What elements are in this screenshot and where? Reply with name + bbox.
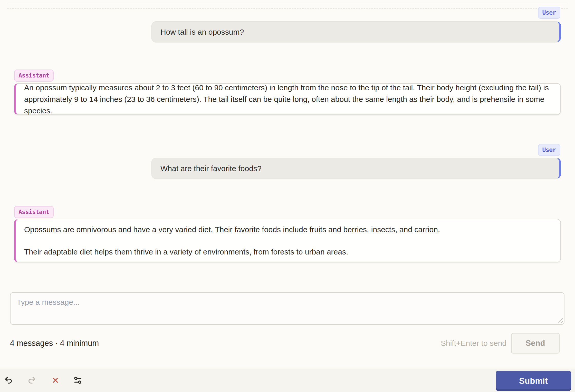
- role-badge-user: User: [538, 7, 560, 19]
- undo-button[interactable]: [1, 373, 16, 388]
- drop-indicator-line: [7, 3, 568, 3]
- sliders-icon: [73, 376, 82, 385]
- role-badge-assistant: Assistant: [14, 70, 54, 82]
- user-message-bubble[interactable]: What are their favorite foods?: [151, 158, 561, 179]
- settings-button[interactable]: [70, 373, 85, 388]
- redo-button[interactable]: [24, 373, 39, 388]
- send-shortcut-hint: Shift+Enter to send: [441, 333, 506, 354]
- drop-indicator-line: [7, 8, 568, 9]
- discard-button[interactable]: [48, 373, 63, 388]
- message-text: What are their favorite foods?: [160, 163, 550, 174]
- user-message-bubble[interactable]: How tall is an opossum?: [151, 21, 561, 42]
- role-badge-assistant: Assistant: [14, 206, 54, 218]
- message-text: Their adaptable diet helps them thrive i…: [24, 246, 552, 258]
- close-icon: [51, 376, 60, 384]
- submit-button[interactable]: Submit: [496, 371, 571, 391]
- message-input[interactable]: [10, 292, 564, 325]
- send-button[interactable]: Send: [511, 333, 560, 354]
- message-text: Opossums are omnivorous and have a very …: [24, 224, 552, 235]
- message-text: How tall is an opossum?: [160, 26, 550, 38]
- assistant-message-bubble[interactable]: Opossums are omnivorous and have a very …: [14, 219, 561, 262]
- bottom-toolbar: Submit: [0, 369, 575, 392]
- role-badge-user: User: [538, 144, 560, 156]
- assistant-message-bubble[interactable]: An opossum typically measures about 2 to…: [14, 83, 561, 115]
- message-text: An opossum typically measures about 2 to…: [24, 82, 552, 116]
- message-count-status: 4 messages · 4 minimum: [10, 333, 99, 354]
- redo-icon: [27, 376, 36, 385]
- undo-icon: [4, 376, 13, 385]
